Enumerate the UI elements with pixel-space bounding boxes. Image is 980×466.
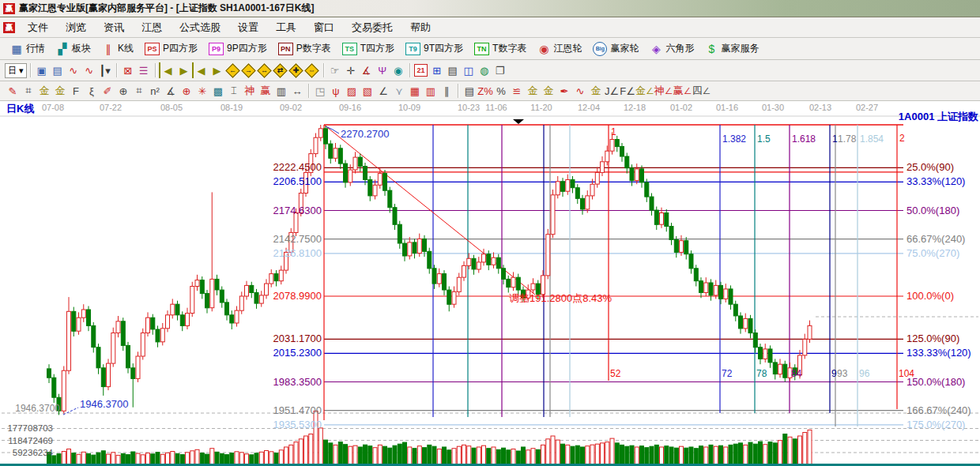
gann-center-button[interactable]: ✚ <box>288 62 304 78</box>
angle-measure-tool[interactable]: ∡ <box>163 83 179 99</box>
gann-expand-button[interactable]: ↔ <box>257 62 273 78</box>
hash-tool[interactable]: ⌗ <box>131 83 147 99</box>
save-button[interactable]: ◫ <box>461 62 477 78</box>
span-tool[interactable]: ↔ <box>289 83 305 99</box>
info-panel-icon[interactable]: ▤ <box>50 62 66 78</box>
fan-tool[interactable]: ψ <box>328 83 344 99</box>
target-tool[interactable]: ⊕ <box>179 83 194 99</box>
grid-lines-tool[interactable]: ⌗ <box>21 83 36 99</box>
hexagon-button-label: 六角形 <box>665 42 694 55</box>
navigation-toolbar: 日 ▾▣▤∿∿┃▾⊠☰◀▶◀▶←→↔⇄✚⇔☞✛∡Ψ◉21⊞▤◫◍❐ <box>0 60 980 81</box>
pencil-tool[interactable]: ✎ <box>5 83 21 99</box>
web-grid-tool[interactable]: ▩ <box>210 83 226 99</box>
star-web-tool[interactable]: ✳ <box>194 83 210 99</box>
chart3-icon[interactable]: ∿ <box>66 62 81 78</box>
zpct-tool[interactable]: Z% <box>477 83 493 99</box>
ying-angle-tool[interactable]: 赢∠ <box>673 83 692 99</box>
quotes-button[interactable]: ▦行情 <box>5 40 51 58</box>
dense-grid-tool[interactable]: ▥ <box>423 83 439 99</box>
shen-tool[interactable]: 神 <box>242 83 258 99</box>
service-button[interactable]: $赢家服务 <box>699 40 764 58</box>
t9-square-button[interactable]: T99T四方形 <box>400 40 469 58</box>
pen2-tool[interactable]: ✒ <box>556 83 572 99</box>
cycle-tool-button[interactable]: ◉ <box>390 62 406 78</box>
hexagon-button[interactable]: ◈六角形 <box>644 40 699 58</box>
j-angle-tool[interactable]: J∠ <box>604 83 620 99</box>
hand-tool-button[interactable]: ☞ <box>327 62 343 78</box>
vee-tool[interactable]: ⋎ <box>391 83 407 99</box>
red-grid-tool[interactable]: ▦ <box>407 83 423 99</box>
nav-first-button[interactable]: ◀ <box>159 62 176 78</box>
gann-wheel-button[interactable]: ◉江恩轮 <box>532 40 587 58</box>
gann-shift-right-button[interactable]: → <box>241 62 257 78</box>
candle-style-icon[interactable]: ┃▾ <box>97 62 113 78</box>
n2-tool[interactable]: n² <box>147 83 163 99</box>
chart9-icon[interactable]: ∿ <box>81 62 97 78</box>
nav-prev-button[interactable]: ◀ <box>194 62 209 78</box>
gold-circle-tool[interactable]: 金 <box>525 83 541 99</box>
gann-tool-button[interactable]: Ψ <box>375 62 390 78</box>
period-selector[interactable]: 日 ▾ <box>5 62 27 78</box>
marker-tool[interactable]: ✐ <box>100 83 115 99</box>
golden-line-tool[interactable]: 金 <box>36 83 52 99</box>
menu-item-帮助[interactable]: 帮助 <box>401 21 439 33</box>
wave-tool[interactable]: ∿ <box>572 83 588 99</box>
menu-item-工具[interactable]: 工具 <box>267 21 305 33</box>
p9-square-button-icon: P9 <box>209 43 224 55</box>
print-button[interactable]: ❐ <box>492 62 508 78</box>
menu-item-窗口[interactable]: 窗口 <box>305 21 343 33</box>
menu-item-文件[interactable]: 文件 <box>19 21 57 33</box>
boxed-fan-tool[interactable]: ▨ <box>344 83 360 99</box>
circle-tool[interactable]: ⊕ <box>115 83 131 99</box>
service-button-icon: $ <box>705 43 718 55</box>
menu-item-浏览[interactable]: 浏览 <box>57 21 95 33</box>
t-square-button[interactable]: TST四方形 <box>337 40 400 58</box>
p-table-button[interactable]: PNP数字表 <box>273 40 337 58</box>
p9-square-button[interactable]: P99P四方形 <box>203 40 273 58</box>
window-layout-icon[interactable]: ▣ <box>34 62 50 78</box>
kline-button[interactable]: ∥K线 <box>96 40 139 58</box>
shen-angle-tool[interactable]: 神∠ <box>654 83 673 99</box>
calculator-button[interactable]: ⊞ <box>429 62 445 78</box>
sectors-button[interactable]: ▞板块 <box>51 40 96 58</box>
ruler-tool[interactable]: ▥ <box>273 83 289 99</box>
f-angle-tool[interactable]: F∠ <box>620 83 635 99</box>
p-square-button[interactable]: PSP四方形 <box>139 40 203 58</box>
diff-tool[interactable]: ≌ <box>509 83 525 99</box>
bars-tool[interactable]: ⌶ <box>226 83 242 99</box>
box-tool[interactable]: ◳ <box>312 83 328 99</box>
winner-wheel-button[interactable]: Big赢家轮 <box>587 40 644 58</box>
menu-item-交易委托[interactable]: 交易委托 <box>343 21 401 33</box>
gold-line2-tool[interactable]: 金 <box>541 83 556 99</box>
notes-button[interactable]: ▤ <box>445 62 461 78</box>
percent-tool[interactable]: % <box>493 83 509 99</box>
network-button[interactable]: ◍ <box>477 62 492 78</box>
parallel-tool[interactable]: ∥ <box>439 83 454 99</box>
si-angle-tool[interactable]: 四∠ <box>692 83 710 99</box>
gold-angle-tool[interactable]: 金∠ <box>635 83 654 99</box>
nav-last-button[interactable]: ▶ <box>176 62 194 78</box>
t-table-button[interactable]: TNT数字表 <box>469 40 532 58</box>
spiral-tool[interactable]: ξ <box>84 83 100 99</box>
gold-slash-tool[interactable]: 金 <box>588 83 604 99</box>
golden-band-tool[interactable]: 金 <box>52 83 68 99</box>
color-sort-icon[interactable]: ☰ <box>136 62 152 78</box>
grid-fan-tool[interactable]: ▧ <box>360 83 375 99</box>
nav-next-button[interactable]: ▶ <box>209 62 225 78</box>
menu-item-设置[interactable]: 设置 <box>229 21 267 33</box>
menu-item-资讯[interactable]: 资讯 <box>95 21 133 33</box>
gann-compress-button[interactable]: ⇄ <box>273 62 288 78</box>
stock-pick-icon[interactable]: ⊠ <box>120 62 136 78</box>
gann-widen-button[interactable]: ⇔ <box>304 62 320 78</box>
angle-line-tool[interactable]: ∠ <box>375 83 391 99</box>
calendar-button[interactable]: 21 <box>413 62 429 78</box>
candlestick-chart[interactable] <box>0 101 980 466</box>
fibo-tool[interactable]: F <box>68 83 84 99</box>
gann-shift-left-button[interactable]: ← <box>225 62 241 78</box>
crosshair-tool-button[interactable]: ✛ <box>343 62 359 78</box>
menu-item-江恩[interactable]: 江恩 <box>133 21 171 33</box>
ying-tool[interactable]: 赢 <box>258 83 273 99</box>
levels-tool[interactable]: ▤ <box>462 83 477 99</box>
angle-tool-button[interactable]: ∡ <box>359 62 375 78</box>
menu-item-公式选股[interactable]: 公式选股 <box>171 21 229 33</box>
